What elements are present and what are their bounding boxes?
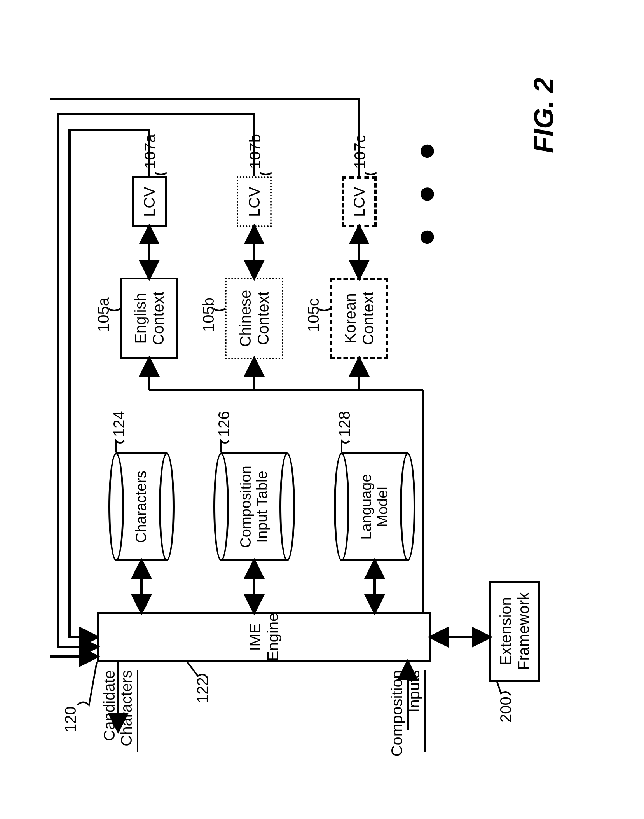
ime-engine-label: IME Engine — [246, 613, 282, 661]
lcv-a-block: LCV — [132, 176, 167, 227]
characters-db-label: Characters — [133, 471, 150, 543]
ref-107c: 107c — [351, 135, 369, 169]
ref-105c: 105c — [305, 298, 322, 332]
ref-128: 128 — [336, 411, 353, 437]
english-context-block: English Context — [120, 278, 178, 359]
ime-engine-block: IME Engine — [97, 612, 431, 662]
ref-126: 126 — [215, 411, 233, 437]
ref-107a: 107a — [141, 134, 159, 169]
candidate-characters-label: Candidate Characters — [101, 670, 135, 760]
composition-inputs-label: Composition Inputs — [388, 670, 422, 760]
chinese-context-label: Chinese Context — [236, 290, 272, 347]
extension-framework-block: Extension Framework — [489, 581, 540, 682]
ref-124: 124 — [110, 411, 128, 437]
lcv-a-label: LCV — [140, 187, 158, 217]
ref-105b: 105b — [200, 297, 217, 332]
english-context-label: English Context — [131, 292, 167, 345]
ref-120: 120 — [62, 706, 79, 732]
lcv-c-block: LCV — [342, 176, 377, 227]
extension-framework-label: Extension Framework — [497, 592, 532, 670]
composition-table-db-label: Composition Input Table — [238, 466, 271, 548]
ref-122: 122 — [194, 677, 211, 703]
diagram-canvas: IME Engine Extension Framework Character… — [50, 60, 594, 760]
figure-label: FIG. 2 — [528, 77, 559, 153]
lcv-c-label: LCV — [350, 187, 368, 217]
ref-105a: 105a — [95, 297, 112, 332]
chinese-context-block: Chinese Context — [225, 278, 283, 359]
language-model-db: Language Model — [334, 452, 415, 561]
language-model-db-label: Language Model — [358, 474, 391, 540]
composition-table-db: Composition Input Table — [213, 452, 295, 561]
ellipsis-dots: ● ● ● — [408, 134, 443, 246]
ref-107b: 107b — [246, 134, 264, 169]
lcv-b-label: LCV — [245, 187, 263, 217]
korean-context-block: Korean Context — [330, 278, 388, 359]
korean-context-label: Korean Context — [341, 292, 377, 345]
ref-200: 200 — [497, 697, 515, 723]
characters-db: Characters — [108, 452, 175, 561]
lcv-b-block: LCV — [237, 176, 272, 227]
